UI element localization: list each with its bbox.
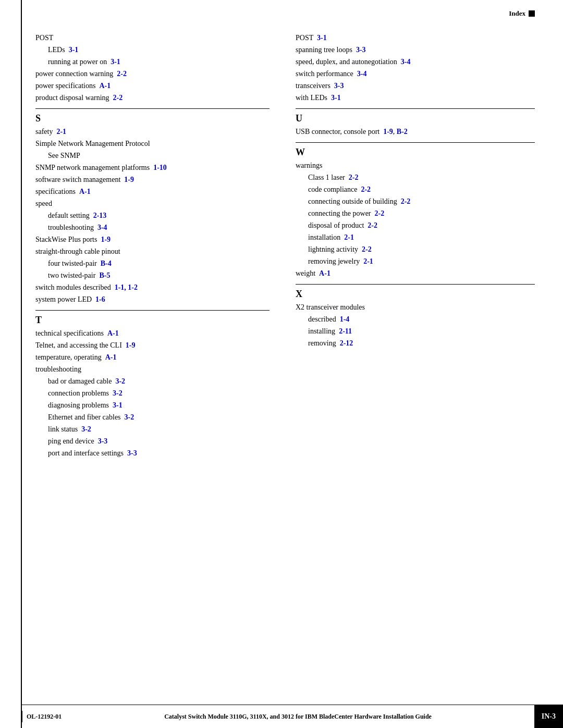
page-ref: 2-12	[340, 339, 353, 347]
list-item: bad or damaged cable 3-2	[48, 376, 270, 387]
page-ref: 2-1	[56, 128, 66, 135]
section-divider-s	[35, 108, 270, 109]
page-ref: B-4	[101, 260, 112, 267]
list-item: lightning activity 2-2	[308, 244, 535, 255]
list-item: technical specifications A-1	[35, 328, 270, 339]
list-item: USB connector, console port 1-9, B-2	[296, 126, 535, 137]
page-ref: B-5	[99, 272, 110, 279]
list-item: product disposal warning 2-2	[35, 92, 270, 103]
page-ref: 2-2	[349, 174, 359, 181]
list-item: warnings	[296, 160, 535, 171]
list-item: troubleshooting 3-4	[48, 222, 270, 233]
list-item: power connection warning 2-2	[35, 68, 270, 79]
section-letter-w: W	[296, 147, 535, 158]
list-item: transceivers 3-3	[296, 80, 535, 91]
right-column: POST 3-1 spanning tree loops 3-3 speed, …	[285, 32, 535, 463]
list-item: port and interface settings 3-3	[48, 448, 270, 459]
page-ref: 2-2	[117, 70, 127, 78]
header: Index	[0, 0, 563, 22]
list-item: connection problems 3-2	[48, 388, 270, 399]
header-square-icon	[529, 10, 535, 17]
page-ref: 1-1, 1-2	[115, 283, 138, 291]
section-letter-t: T	[35, 315, 270, 326]
page-ref: B-2	[397, 128, 408, 135]
list-item: safety 2-1	[35, 126, 270, 137]
page-ref: 2-2	[401, 198, 411, 205]
page-ref: 3-3	[127, 449, 137, 457]
list-item: troubleshooting	[35, 364, 270, 375]
list-item: code compliance 2-2	[308, 184, 535, 195]
list-item: LEDs 3-1	[48, 44, 270, 55]
switch-modules-described: switch modules described 1-1, 1-2	[35, 282, 270, 293]
list-item: described 1-4	[308, 314, 535, 325]
list-item: disposal of product 2-2	[308, 220, 535, 231]
list-item: Simple Network Management Protocol	[35, 138, 270, 149]
section-divider-u	[296, 108, 535, 109]
page-ref: 3-2	[125, 413, 134, 421]
section-x: X2 transceiver modules described 1-4 ins…	[296, 302, 535, 349]
page-ref: 2-1	[363, 257, 373, 265]
page-ref: A-1	[319, 269, 331, 277]
header-index-text: Index	[509, 9, 525, 18]
section-s: safety 2-1 Simple Network Management Pro…	[35, 126, 270, 305]
list-item: StackWise Plus ports 1-9	[35, 234, 270, 245]
page-ref: 2-2	[361, 186, 371, 193]
list-item: with LEDs 3-1	[296, 92, 535, 103]
section-u: USB connector, console port 1-9, B-2	[296, 126, 535, 137]
page-ref: 3-3	[356, 46, 366, 54]
page-ref: 2-2	[368, 221, 377, 229]
left-border	[21, 0, 22, 728]
list-item: straight-through cable pinout	[35, 246, 270, 257]
list-item: See SNMP	[48, 150, 270, 161]
page-ref: 3-4	[357, 70, 367, 78]
page-ref: 1-9	[124, 176, 134, 183]
section-letter-s: S	[35, 113, 270, 124]
list-item: Ethernet and fiber cables 3-2	[48, 412, 270, 423]
list-item: ping end device 3-3	[48, 436, 270, 447]
list-item: software switch management 1-9	[35, 174, 270, 185]
page-ref: 3-2	[113, 389, 123, 397]
page-ref: 1-10	[153, 164, 167, 171]
list-item: default setting 2-13	[48, 210, 270, 221]
page-ref: 3-2	[115, 377, 125, 385]
list-item: connecting the power 2-2	[308, 208, 535, 219]
list-item: specifications A-1	[35, 186, 270, 197]
list-item: X2 transceiver modules	[296, 302, 535, 313]
footer-title: Catalyst Switch Module 3110G, 3110X, and…	[62, 713, 534, 721]
page-ref: 3-3	[334, 82, 344, 90]
list-item: link status 3-2	[48, 424, 270, 435]
list-item: POST 3-1	[296, 32, 535, 43]
page-ref: 1-4	[340, 315, 350, 323]
footer-left: OL-12192-01	[0, 711, 62, 722]
header-index-label: Index	[509, 9, 535, 18]
list-item: four twisted-pair B-4	[48, 258, 270, 269]
list-item: Telnet, and accessing the CLI 1-9	[35, 340, 270, 351]
page-ref: 2-1	[344, 233, 354, 241]
page-ref: 2-2	[113, 94, 123, 102]
page-ref: 3-1	[111, 58, 120, 66]
list-item: speed	[35, 198, 270, 209]
list-item: POST	[35, 32, 270, 43]
list-item: power specifications A-1	[35, 80, 270, 91]
section-post-right: POST 3-1 spanning tree loops 3-3 speed, …	[296, 32, 535, 103]
footer-page-num: IN-3	[534, 705, 563, 728]
section-t: technical specifications A-1 Telnet, and…	[35, 328, 270, 459]
list-item: installing 2-11	[308, 326, 535, 337]
page-ref: 3-2	[81, 425, 91, 433]
page-ref: 3-4	[401, 58, 411, 66]
list-item: speed, duplex, and autonegotiation 3-4	[296, 56, 535, 67]
footer-left-bar	[21, 711, 22, 722]
page-ref: 2-2	[375, 209, 385, 217]
list-item: weight A-1	[296, 268, 535, 279]
page-ref: 3-1	[113, 401, 123, 409]
page-ref: 3-1	[331, 94, 341, 102]
footer: OL-12192-01 Catalyst Switch Module 3110G…	[0, 705, 563, 728]
list-item: spanning tree loops 3-3	[296, 44, 535, 55]
page-ref: 1-9	[101, 236, 111, 243]
section-divider-x	[296, 284, 535, 285]
page-ref: 2-13	[93, 212, 107, 219]
list-item: switch performance 3-4	[296, 68, 535, 79]
footer-doc-num: OL-12192-01	[27, 713, 62, 721]
section-divider-t	[35, 310, 270, 311]
list-item: removing 2-12	[308, 338, 535, 349]
